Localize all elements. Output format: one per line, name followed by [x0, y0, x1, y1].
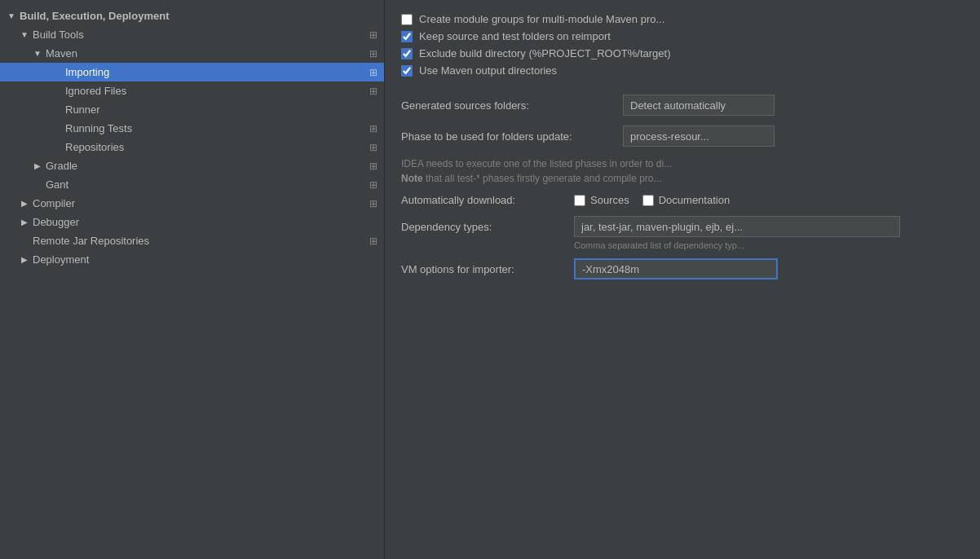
sidebar-item-label: Debugger — [33, 216, 377, 228]
sidebar-item-build-tools[interactable]: ▼Build Tools⊞ — [0, 25, 384, 44]
sidebar-item-label: Gant — [46, 178, 364, 191]
phase-input[interactable] — [623, 125, 775, 147]
dependency-types-label: Dependency types: — [401, 221, 564, 233]
documentation-label: Documentation — [659, 194, 730, 206]
arrow-down-icon: ▼ — [33, 49, 42, 58]
page-icon: ⊞ — [369, 86, 377, 97]
checkbox-label-use-maven-output-dirs: Use Maven output directories — [419, 64, 557, 77]
sidebar-item-label: Repositories — [65, 141, 364, 153]
generated-sources-row: Generated sources folders: — [401, 95, 964, 116]
documentation-checkbox[interactable] — [642, 195, 654, 206]
hint-text: IDEA needs to execute one of the listed … — [401, 156, 964, 186]
no-arrow — [20, 236, 29, 245]
generated-sources-input[interactable] — [623, 95, 775, 116]
sidebar-item-repositories[interactable]: Repositories⊞ — [0, 138, 384, 156]
sidebar: ▼Build, Execution, Deployment▼Build Tool… — [0, 0, 385, 559]
sidebar-item-label: Gradle — [46, 160, 364, 172]
checkbox-label-exclude-build-directory: Exclude build directory (%PROJECT_ROOT%/… — [419, 47, 670, 59]
arrow-right-icon: ▶ — [33, 161, 42, 170]
hint-line2: Note that all test-* phases firstly gene… — [401, 171, 964, 186]
sidebar-item-label: Ignored Files — [65, 85, 364, 97]
arrow-down-icon: ▼ — [7, 11, 16, 20]
sidebar-item-label: Remote Jar Repositories — [33, 235, 364, 247]
sources-checkbox-item: Sources — [574, 194, 629, 206]
checkbox-keep-source-folders[interactable] — [401, 31, 413, 42]
no-arrow — [52, 68, 62, 77]
sidebar-item-compiler[interactable]: ▶Compiler⊞ — [0, 194, 384, 213]
phase-label: Phase to be used for folders update: — [401, 130, 613, 143]
page-icon: ⊞ — [369, 142, 377, 153]
vm-options-row: VM options for importer: — [401, 258, 964, 280]
checkbox-label-create-module-groups: Create module groups for multi-module Ma… — [419, 13, 664, 25]
documentation-checkbox-item: Documentation — [642, 194, 730, 206]
checkbox-create-module-groups[interactable] — [401, 14, 413, 25]
arrow-down-icon: ▼ — [20, 30, 29, 39]
vm-options-label: VM options for importer: — [401, 263, 564, 275]
arrow-right-icon: ▶ — [20, 255, 29, 264]
page-icon: ⊞ — [369, 29, 377, 41]
no-arrow — [52, 86, 62, 95]
checkbox-row-keep-source-folders: Keep source and test folders on reimport — [401, 30, 964, 42]
no-arrow — [52, 143, 62, 152]
page-icon: ⊞ — [369, 235, 377, 247]
checkbox-row-exclude-build-directory: Exclude build directory (%PROJECT_ROOT%/… — [401, 47, 964, 59]
no-arrow — [52, 105, 62, 114]
checkbox-use-maven-output-dirs[interactable] — [401, 65, 413, 77]
checkbox-row-create-module-groups: Create module groups for multi-module Ma… — [401, 13, 964, 25]
dependency-types-row: Dependency types: — [401, 216, 964, 237]
page-icon: ⊞ — [369, 48, 377, 59]
auto-download-row: Automatically download: Sources Document… — [401, 194, 964, 206]
page-icon: ⊞ — [369, 161, 377, 172]
page-icon: ⊞ — [369, 67, 377, 78]
sidebar-item-build-execution-deployment[interactable]: ▼Build, Execution, Deployment — [0, 7, 384, 25]
sidebar-item-gradle[interactable]: ▶Gradle⊞ — [0, 156, 384, 175]
sidebar-item-remote-jar-repositories[interactable]: Remote Jar Repositories⊞ — [0, 231, 384, 250]
sidebar-item-label: Maven — [46, 47, 364, 59]
sidebar-item-maven[interactable]: ▼Maven⊞ — [0, 44, 384, 63]
arrow-right-icon: ▶ — [20, 199, 29, 208]
sidebar-item-label: Build Tools — [33, 29, 364, 41]
sidebar-item-debugger[interactable]: ▶Debugger — [0, 213, 384, 231]
sidebar-item-deployment[interactable]: ▶Deployment — [0, 250, 384, 269]
generated-sources-label: Generated sources folders: — [401, 99, 613, 112]
sidebar-item-label: Importing — [65, 66, 364, 78]
page-icon: ⊞ — [369, 123, 377, 134]
no-arrow — [33, 180, 42, 189]
vm-options-input[interactable] — [574, 258, 778, 280]
sources-checkbox[interactable] — [574, 195, 585, 206]
sidebar-item-gant[interactable]: Gant⊞ — [0, 175, 384, 194]
page-icon: ⊞ — [369, 198, 377, 209]
sources-label: Sources — [590, 194, 629, 206]
sidebar-item-label: Runner — [65, 103, 377, 116]
checkbox-exclude-build-directory[interactable] — [401, 48, 413, 59]
checkbox-row-use-maven-output-dirs: Use Maven output directories — [401, 64, 964, 77]
sidebar-item-importing[interactable]: Importing⊞ — [0, 63, 384, 81]
sidebar-item-label: Build, Execution, Deployment — [20, 10, 377, 22]
auto-download-label: Automatically download: — [401, 194, 564, 206]
download-checkbox-group: Sources Documentation — [574, 194, 730, 206]
dependency-types-input[interactable] — [574, 216, 900, 237]
hint-line1: IDEA needs to execute one of the listed … — [401, 156, 964, 171]
phase-row: Phase to be used for folders update: — [401, 125, 964, 147]
sidebar-item-label: Deployment — [33, 253, 377, 266]
sidebar-item-label: Running Tests — [65, 122, 364, 134]
dependency-hint: Comma separated list of dependency typ..… — [401, 240, 964, 250]
sidebar-item-runner[interactable]: Runner — [0, 100, 384, 119]
sidebar-item-running-tests[interactable]: Running Tests⊞ — [0, 119, 384, 138]
checkbox-label-keep-source-folders: Keep source and test folders on reimport — [419, 30, 611, 42]
content-panel: Create module groups for multi-module Ma… — [385, 0, 980, 559]
sidebar-item-ignored-files[interactable]: Ignored Files⊞ — [0, 81, 384, 100]
no-arrow — [52, 124, 62, 133]
arrow-right-icon: ▶ — [20, 218, 29, 227]
page-icon: ⊞ — [369, 179, 377, 191]
sidebar-item-label: Compiler — [33, 197, 364, 209]
